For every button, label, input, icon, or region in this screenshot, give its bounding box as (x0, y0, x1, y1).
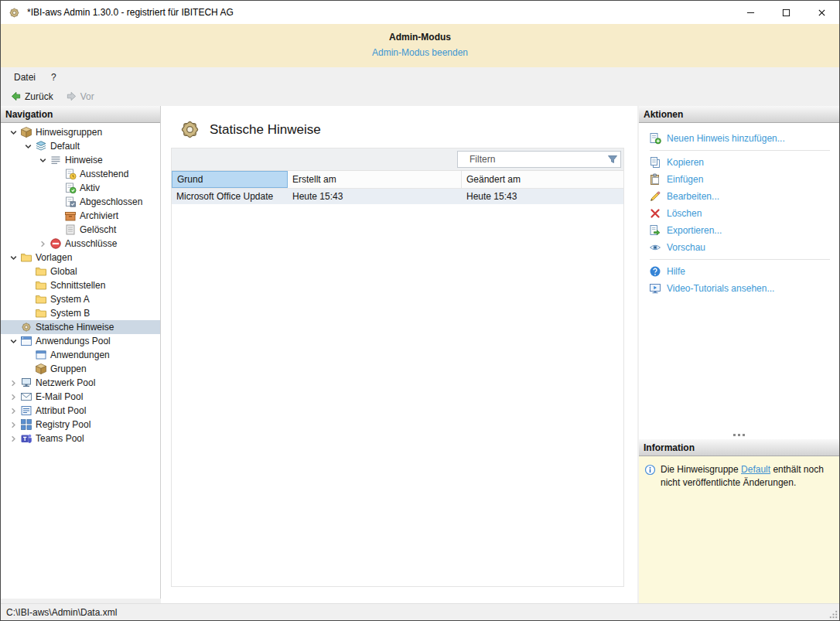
menu-item-datei[interactable]: Datei (6, 70, 43, 85)
chevron-right-icon[interactable] (8, 377, 19, 389)
action-exportieren[interactable]: Exportieren... (649, 222, 839, 239)
info-icon (644, 464, 656, 476)
table-body: Microsoft Office UpdateHeute 15:43Heute … (172, 189, 623, 586)
chevron-down-icon[interactable] (8, 127, 19, 138)
filter-strip (172, 148, 623, 171)
tree-item-schnittstellen[interactable]: Schnittstellen (1, 278, 160, 292)
tree-item-default[interactable]: Default (1, 139, 160, 153)
teams-icon (20, 432, 32, 445)
filter-input[interactable] (458, 153, 605, 165)
tree-item-label: Aktiv (80, 183, 104, 193)
registry-icon (20, 418, 32, 431)
tree-item-gruppen[interactable]: Gruppen (1, 362, 160, 376)
minimize-button[interactable] (732, 1, 768, 24)
forward-button-label: Vor (80, 91, 94, 102)
tree-item-e-mail-pool[interactable]: E-Mail Pool (1, 390, 160, 404)
tree-item-label: Registry Pool (36, 419, 95, 430)
back-button[interactable]: Zurück (6, 89, 57, 104)
done-icon (64, 196, 77, 208)
maximize-button[interactable] (768, 1, 804, 24)
tree-item-anwendungs-pool[interactable]: Anwendungs Pool (1, 334, 160, 348)
menu-item-help[interactable]: ? (43, 70, 64, 85)
window-title: *IBI-aws Admin 1.30.0 - registriert für … (27, 7, 234, 18)
filter-funnel-icon[interactable] (605, 153, 620, 165)
action-label: Neuen Hinweis hinzufügen... (667, 133, 785, 144)
chevron-down-icon[interactable] (8, 336, 19, 347)
resize-grip[interactable] (828, 609, 838, 619)
column-header-erstellt-am[interactable]: Erstellt am (288, 171, 462, 188)
forward-button[interactable]: Vor (62, 89, 98, 104)
tree-item-hinweisgruppen[interactable]: Hinweisgruppen (1, 125, 160, 139)
action-hilfe[interactable]: Hilfe (649, 263, 839, 280)
tree-item-statische-hinweise[interactable]: Statische Hinweise (1, 320, 160, 334)
forward-arrow-icon (66, 90, 77, 102)
action-kopieren[interactable]: Kopieren (649, 154, 839, 171)
package-icon (20, 126, 32, 138)
app-logo-icon (8, 6, 21, 19)
action-video-tutorials-ansehen[interactable]: Video-Tutorials ansehen... (649, 280, 839, 297)
action-einfugen[interactable]: Einfügen (649, 171, 839, 188)
tree-item-aktiv[interactable]: Aktiv (1, 181, 160, 195)
table-row[interactable]: Microsoft Office UpdateHeute 15:43Heute … (172, 189, 623, 204)
tree-item-geloscht[interactable]: Gelöscht (1, 223, 160, 237)
tree-item-label: Anwendungen (50, 350, 114, 360)
close-button[interactable] (804, 1, 839, 24)
tree-item-registry-pool[interactable]: Registry Pool (1, 418, 160, 432)
gear-icon (20, 321, 32, 333)
tree-item-anwendungen[interactable]: Anwendungen (1, 348, 160, 362)
information-text: Die Hinweisgruppe Default enthält noch n… (661, 463, 834, 490)
table-cell: Heute 15:43 (462, 191, 623, 202)
navigation-panel-header: Navigation (1, 106, 160, 123)
admin-mode-exit-link[interactable]: Admin-Modus beenden (372, 47, 468, 58)
action-vorschau[interactable]: Vorschau (649, 239, 839, 256)
admin-mode-banner: Admin-Modus Admin-Modus beenden (1, 24, 839, 67)
tree-item-ausschlusse[interactable]: Ausschlüsse (1, 237, 160, 251)
tree-item-abgeschlossen[interactable]: Abgeschlossen (1, 195, 160, 209)
tree-item-system-a[interactable]: System A (1, 292, 160, 306)
tree-item-netzwerk-pool[interactable]: Netzwerk Pool (1, 376, 160, 390)
tree-item-ausstehend[interactable]: Ausstehend (1, 167, 160, 181)
page-title-row: Statische Hinweise (161, 106, 637, 145)
package-icon (35, 363, 47, 375)
navigation-panel: Navigation HinweisgruppenDefaultHinweise… (1, 106, 161, 599)
tree-item-vorlagen[interactable]: Vorlagen (1, 251, 160, 264)
group-icon (35, 140, 47, 152)
back-button-label: Zurück (25, 91, 53, 102)
status-file-path: C:\IBI-aws\Admin\Data.xml (6, 607, 117, 618)
tree-item-archiviert[interactable]: Archiviert (1, 209, 160, 223)
chevron-right-icon[interactable] (37, 238, 49, 250)
information-panel-header: Information (639, 439, 839, 456)
tree-item-label: Global (50, 266, 82, 277)
back-arrow-icon (10, 90, 22, 102)
hint-group-default-link[interactable]: Default (741, 464, 770, 475)
tree-item-attribut-pool[interactable]: Attribut Pool (1, 404, 160, 418)
tree-item-label: System B (50, 308, 94, 319)
action-loschen[interactable]: Löschen (649, 205, 839, 222)
tree-item-label: Netzwerk Pool (36, 377, 100, 388)
action-bearbeiten[interactable]: Bearbeiten... (649, 188, 839, 205)
chevron-down-icon[interactable] (37, 155, 49, 166)
tree-item-label: Ausstehend (80, 169, 133, 179)
chevron-down-icon[interactable] (8, 252, 19, 264)
column-header-geandert-am[interactable]: Geändert am (462, 171, 623, 188)
action-neuen-hinweis-hinzufugen[interactable]: Neuen Hinweis hinzufügen... (649, 130, 839, 147)
chevron-right-icon[interactable] (8, 419, 19, 431)
action-label: Video-Tutorials ansehen... (667, 283, 774, 294)
copy-icon (649, 156, 661, 169)
app-icon (35, 349, 47, 361)
tree-item-teams-pool[interactable]: Teams Pool (1, 432, 160, 445)
action-label: Exportieren... (667, 225, 722, 236)
chevron-right-icon[interactable] (8, 391, 19, 403)
tree-item-system-b[interactable]: System B (1, 306, 160, 320)
tree-item-label: Archiviert (80, 210, 123, 221)
chevron-down-icon[interactable] (22, 141, 34, 152)
chevron-right-icon[interactable] (8, 405, 19, 417)
tree-item-global[interactable]: Global (1, 264, 160, 278)
chevron-right-icon[interactable] (8, 433, 19, 445)
tree-item-hinweise[interactable]: Hinweise (1, 153, 160, 167)
minimize-icon (746, 9, 755, 17)
column-header-grund[interactable]: Grund (172, 171, 288, 188)
panel-splitter[interactable] (639, 431, 839, 439)
delete-icon (649, 207, 661, 220)
hints-list-box: GrundErstellt amGeändert am Microsoft Of… (171, 148, 624, 587)
